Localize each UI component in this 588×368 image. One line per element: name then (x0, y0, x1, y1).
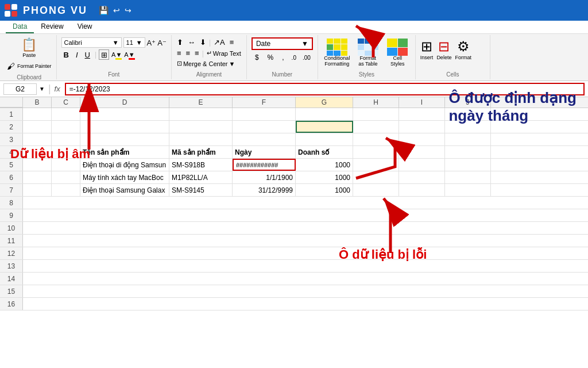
cell-D7[interactable]: Điện thoại Samsung Galax (80, 184, 169, 196)
name-box[interactable]: G2 (3, 83, 37, 95)
cell[interactable] (52, 171, 80, 183)
cell[interactable] (353, 146, 399, 158)
cell[interactable] (169, 121, 233, 133)
cell[interactable] (23, 133, 52, 145)
font-name-selector[interactable]: Calibri▼ (61, 37, 122, 48)
percent-button[interactable]: % (264, 52, 277, 63)
cell[interactable] (80, 121, 169, 133)
cell-header-revenue[interactable]: Doanh số (296, 146, 353, 158)
cell-F7[interactable]: 31/12/9999 (233, 184, 296, 196)
undo-icon[interactable]: ↩ (113, 6, 120, 15)
cell[interactable] (233, 108, 296, 120)
format-painter-button[interactable]: 🖌 Format Painter (7, 62, 52, 71)
decimal-inc-button[interactable]: .0 (289, 53, 299, 62)
dollar-button[interactable]: $ (252, 52, 262, 63)
comma-button[interactable]: , (278, 52, 287, 63)
align-bottom-button[interactable]: ⬇ (198, 37, 208, 47)
cell[interactable] (80, 133, 169, 145)
cell-E7[interactable]: SM-S9145 (169, 184, 233, 196)
cell[interactable] (23, 121, 52, 133)
cell[interactable] (353, 108, 399, 120)
cell[interactable] (353, 159, 399, 171)
cell[interactable] (23, 184, 52, 196)
cell[interactable] (399, 108, 445, 120)
cell-header-date[interactable]: Ngày (233, 146, 296, 158)
cell-F6[interactable]: 1/1/1900 (233, 171, 296, 183)
bold-button[interactable]: B (61, 50, 71, 60)
cell[interactable] (399, 184, 445, 196)
cell[interactable] (52, 108, 80, 120)
col-header-B[interactable]: B (23, 97, 52, 108)
decrease-font-icon[interactable]: A⁻ (157, 39, 167, 47)
font-color-button[interactable]: A▼ (124, 51, 134, 58)
save-icon[interactable]: 💾 (99, 6, 109, 15)
cell[interactable] (296, 108, 353, 120)
italic-button[interactable]: I (74, 50, 80, 60)
col-header-H[interactable]: H (353, 97, 399, 108)
col-header-G[interactable]: G (296, 97, 353, 108)
cell-E5[interactable]: SM-S918B (169, 159, 233, 171)
tab-review[interactable]: Review (34, 21, 70, 33)
col-header-F[interactable]: F (233, 97, 296, 108)
cell[interactable] (445, 184, 491, 196)
rotate-text-button[interactable]: ↗A (212, 37, 227, 47)
tab-data[interactable]: Data (6, 21, 34, 33)
conditional-formatting-button[interactable]: ConditionalFormatting (323, 39, 351, 67)
cell[interactable] (353, 121, 399, 133)
cell[interactable] (169, 133, 233, 145)
format-as-table-button[interactable]: Formatas Table (354, 39, 382, 67)
delete-button[interactable]: ⊟ Delete (436, 39, 451, 60)
cell[interactable] (353, 184, 399, 196)
cell[interactable] (52, 133, 80, 145)
cell[interactable] (445, 133, 491, 145)
indent-button[interactable]: ≡ (228, 37, 236, 47)
cell-G2[interactable] (296, 121, 353, 133)
cell[interactable] (399, 146, 445, 158)
col-header-C[interactable]: C (52, 97, 80, 108)
col-header-I[interactable]: I (399, 97, 445, 108)
cell[interactable] (169, 108, 233, 120)
cell[interactable] (233, 133, 296, 145)
cell[interactable] (445, 159, 491, 171)
cell-D5[interactable]: Điện thoại di động Samsun (80, 159, 169, 171)
cell[interactable] (23, 171, 52, 183)
cell[interactable] (80, 108, 169, 120)
col-header-D[interactable]: D (80, 97, 169, 108)
cell[interactable] (23, 108, 52, 120)
tab-view[interactable]: View (71, 21, 99, 33)
cell[interactable] (399, 159, 445, 171)
align-left-button[interactable]: ≡ (175, 48, 183, 58)
cell[interactable] (445, 146, 491, 158)
underline-button[interactable]: U (83, 50, 92, 60)
insert-button[interactable]: ⊞ Insert (420, 39, 434, 60)
cell-F5-hash[interactable]: ############ (233, 159, 296, 171)
cell[interactable] (445, 171, 491, 183)
cell[interactable] (353, 171, 399, 183)
increase-font-icon[interactable]: A⁺ (147, 39, 156, 47)
align-right-button[interactable]: ≡ (193, 48, 201, 58)
decimal-dec-button[interactable]: .00 (300, 53, 313, 62)
cell[interactable] (353, 133, 399, 145)
cell[interactable] (399, 133, 445, 145)
cell[interactable] (52, 184, 80, 196)
merge-center-button[interactable]: ⊡Merge & Center▼ (175, 59, 243, 68)
format-button[interactable]: ⚙ Format (455, 39, 471, 60)
redo-icon[interactable]: ↪ (125, 6, 131, 15)
cell-G7[interactable]: 1000 (296, 184, 353, 196)
cell-D6[interactable]: Máy tính xách tay MacBoc (80, 171, 169, 183)
cell-styles-button[interactable]: CellStyles (385, 39, 411, 67)
name-box-expand-icon[interactable]: ▼ (39, 86, 45, 92)
cell[interactable] (399, 121, 445, 133)
cell[interactable] (296, 133, 353, 145)
wrap-text-button[interactable]: ↵Wrap Text (205, 49, 243, 57)
fill-color-button[interactable]: A▼ (111, 51, 122, 58)
cell-E6[interactable]: M1P82LL/A (169, 171, 233, 183)
border-button[interactable]: ⊞ (99, 49, 109, 60)
align-middle-button[interactable]: ↔ (186, 37, 197, 47)
cell[interactable] (233, 121, 296, 133)
font-size-selector[interactable]: 11▼ (123, 37, 145, 48)
paste-button[interactable]: 📋 Paste (19, 36, 39, 59)
cell[interactable] (399, 171, 445, 183)
col-header-E[interactable]: E (169, 97, 233, 108)
number-format-selector[interactable]: Date ▼ (252, 37, 313, 50)
